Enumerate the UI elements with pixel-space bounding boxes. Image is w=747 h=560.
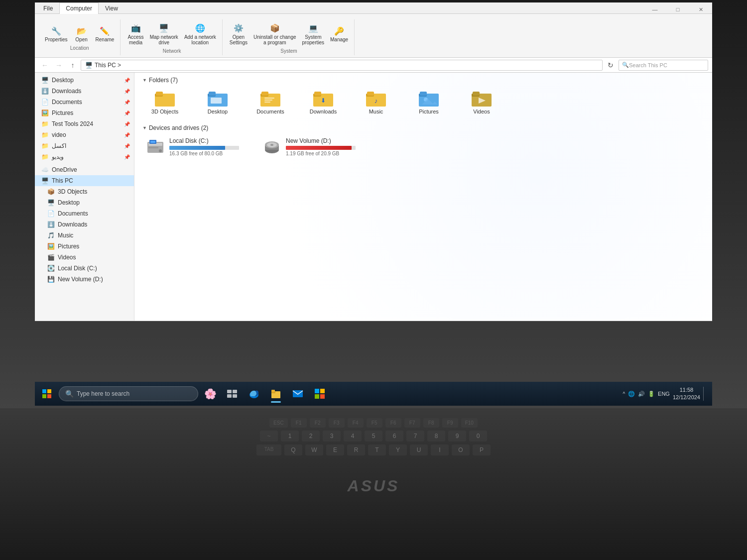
- sidebar-item-pictures[interactable]: 🖼️ Pictures: [35, 241, 134, 252]
- sidebar-item-downloads-quick[interactable]: ⬇️ Downloads 📌: [35, 86, 134, 97]
- folders-grid: 3D Objects Desktop: [142, 88, 704, 116]
- svg-rect-46: [233, 390, 237, 393]
- folder-video-icon: 📁: [41, 131, 49, 139]
- sidebar-item-onedrive[interactable]: ☁️ OneDrive: [35, 164, 134, 175]
- drive-c-info: Local Disk (C:) 16.3 GB free of 80.0 GB: [169, 137, 239, 156]
- folder-item-music[interactable]: ♪ Music: [354, 88, 398, 116]
- asus-logo: ASUS: [348, 477, 400, 495]
- start-button[interactable]: [37, 384, 57, 404]
- refresh-button[interactable]: ↻: [605, 59, 617, 71]
- tab-computer[interactable]: Computer: [59, 2, 99, 14]
- taskbar-search[interactable]: 🔍 Type here to search: [59, 386, 198, 401]
- sidebar-item-documents[interactable]: 📄 Documents: [35, 208, 134, 219]
- svg-point-32: [159, 149, 162, 152]
- sidebar-item-testtools[interactable]: 📁 Test Tools 2024 📌: [35, 118, 134, 129]
- tray-network: 🌐: [628, 391, 635, 397]
- sidebar-item-video2[interactable]: 📁 ویدیو 📌: [35, 151, 134, 162]
- sidebar-item-local-disk-c[interactable]: 💽 Local Disk (C:): [35, 263, 134, 274]
- svg-rect-54: [315, 389, 319, 393]
- tray-date-display: 12/12/2024: [673, 394, 700, 401]
- svg-point-40: [270, 144, 273, 146]
- drive-d-icon: [263, 138, 281, 156]
- folder-item-videos[interactable]: Videos: [459, 88, 504, 116]
- onedrive-icon: ☁️: [41, 166, 49, 174]
- back-button[interactable]: ←: [39, 59, 51, 71]
- tab-view[interactable]: View: [99, 2, 124, 14]
- ribbon-system-buttons: ⚙️ OpenSettings 📦 Uninstall or changea p…: [228, 21, 350, 46]
- folder-item-desktop[interactable]: Desktop: [195, 88, 240, 116]
- sidebar-item-excel[interactable]: 📁 اکسل 📌: [35, 140, 134, 151]
- taskbar-mail[interactable]: [288, 384, 308, 404]
- sidebar-item-thispc[interactable]: 🖥️ This PC: [35, 175, 134, 186]
- folder-music-label: Music: [369, 109, 383, 114]
- tray-show-desktop[interactable]: [703, 387, 706, 401]
- folder-item-3dobjects[interactable]: 3D Objects: [142, 88, 187, 116]
- open-settings-button[interactable]: ⚙️ OpenSettings: [228, 21, 249, 46]
- close-button[interactable]: ✕: [689, 2, 712, 16]
- svg-rect-42: [47, 389, 51, 393]
- sidebar-item-downloads[interactable]: ⬇️ Downloads: [35, 219, 134, 230]
- access-media-button[interactable]: 📺 Accessmedia: [125, 21, 145, 46]
- sidebar-item-videos[interactable]: 🎬 Videos: [35, 252, 134, 263]
- map-network-drive-button[interactable]: 🖥️ Map networkdrive: [148, 21, 180, 46]
- svg-rect-52: [271, 390, 275, 392]
- folders-section-header[interactable]: Folders (7): [142, 77, 704, 84]
- taskbar-store[interactable]: [310, 384, 330, 404]
- desktop2-icon: 🖥️: [47, 199, 55, 207]
- ribbon-location-buttons: 🔧 Properties 📂 Open ✏️ Rename: [43, 24, 116, 43]
- drive-c-bar: [169, 146, 239, 150]
- taskbar-edge[interactable]: [244, 384, 264, 404]
- open-button[interactable]: 📂 Open: [72, 24, 92, 43]
- taskbar-search-icon: 🔍: [65, 390, 74, 398]
- tray-chevron[interactable]: ^: [622, 391, 625, 397]
- open-icon: 📂: [76, 25, 88, 37]
- svg-rect-41: [42, 389, 46, 393]
- forward-button[interactable]: →: [53, 59, 65, 71]
- up-button[interactable]: ↑: [67, 59, 79, 71]
- drive-item-d[interactable]: New Volume (D:) 1.19 GB free of 20.9 GB: [259, 135, 360, 158]
- properties-button[interactable]: 🔧 Properties: [43, 24, 70, 43]
- tray-lang[interactable]: ENG: [658, 391, 670, 397]
- folder-item-downloads[interactable]: ⬇ Downloads: [301, 88, 346, 116]
- folder-excel-icon: 📁: [41, 142, 49, 150]
- sidebar-item-pictures-quick[interactable]: 🖼️ Pictures 📌: [35, 108, 134, 118]
- ribbon-group-location: 🔧 Properties 📂 Open ✏️ Rename Location: [39, 19, 121, 55]
- address-path[interactable]: 🖥️ This PC >: [81, 60, 603, 71]
- add-network-location-button[interactable]: 🌐 Add a networklocation: [182, 21, 218, 46]
- sidebar-item-video[interactable]: 📁 video 📌: [35, 129, 134, 140]
- system-properties-button[interactable]: 💻 Systemproperties: [300, 21, 326, 46]
- tray-time-display: 11:58: [673, 386, 700, 394]
- sidebar-item-desktop-quick[interactable]: 🖥️ Desktop 📌: [35, 75, 134, 86]
- svg-rect-11: [264, 100, 272, 101]
- taskbar-cortana[interactable]: 🌸: [200, 384, 220, 404]
- minimize-button[interactable]: —: [643, 2, 666, 16]
- folder-item-pictures[interactable]: Pictures: [406, 88, 451, 116]
- docs2-icon: 📄: [47, 210, 55, 218]
- sidebar-downloads-label: Downloads: [58, 221, 87, 228]
- maximize-button[interactable]: □: [666, 2, 689, 16]
- taskbar-task-view[interactable]: [222, 384, 242, 404]
- sidebar-item-documents-quick[interactable]: 📄 Documents 📌: [35, 97, 134, 108]
- drives-section-header[interactable]: Devices and drives (2): [142, 124, 704, 131]
- sidebar-item-new-volume-d[interactable]: 💾 New Volume (D:): [35, 274, 134, 285]
- rename-button[interactable]: ✏️ Rename: [94, 24, 117, 43]
- taskbar: 🔍 Type here to search 🌸: [35, 382, 712, 406]
- folder-docs-icon: [260, 90, 280, 107]
- uninstall-button[interactable]: 📦 Uninstall or changea program: [251, 21, 298, 46]
- sidebar-item-desktop[interactable]: 🖥️ Desktop: [35, 197, 134, 208]
- sidebar-item-3dobjects[interactable]: 📦 3D Objects: [35, 186, 134, 197]
- svg-rect-43: [42, 394, 46, 398]
- sidebar-item-music[interactable]: 🎵 Music: [35, 230, 134, 241]
- taskbar-file-explorer[interactable]: [266, 384, 286, 404]
- svg-text:⬇: ⬇: [321, 97, 326, 104]
- tray-clock[interactable]: 11:58 12/12/2024: [673, 386, 700, 402]
- folder-videos-icon: [472, 90, 492, 107]
- search-box[interactable]: 🔍 Search This PC: [619, 60, 708, 71]
- folder-docs-label: Documents: [256, 109, 284, 114]
- svg-rect-23: [420, 92, 427, 96]
- drive-item-c[interactable]: Local Disk (C:) 16.3 GB free of 80.0 GB: [142, 135, 243, 158]
- folder-pictures-label: Pictures: [419, 109, 439, 114]
- folder-item-documents[interactable]: Documents: [248, 88, 293, 116]
- tab-file[interactable]: File: [37, 2, 59, 14]
- manage-button[interactable]: 🔑 Manage: [328, 24, 350, 43]
